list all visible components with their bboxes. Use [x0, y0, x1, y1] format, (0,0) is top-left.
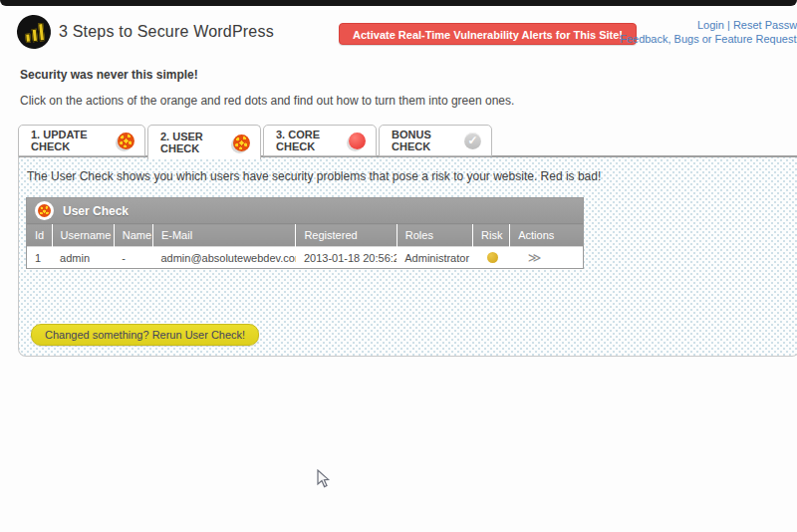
tab-bonus-check-label: BONUS CHECK [392, 129, 456, 152]
auth-links: Login | Reset Password [620, 18, 797, 32]
col-actions: Actions [510, 224, 583, 247]
table-header-row: Id Username Name E-Mail Registered Roles… [27, 224, 583, 247]
cell-email: admin@absolutewebdev.com [152, 247, 296, 269]
check-tabs: 1. UPDATE CHECK 2. USER CHECK 3. CORE CH… [18, 125, 492, 156]
risk-warning-dot-icon [487, 252, 498, 263]
rerun-user-check-button[interactable]: Changed something? Rerun User Check! [31, 324, 259, 346]
link-separator: | [727, 19, 730, 31]
header-links: Login | Reset Password Feedback, Bugs or… [620, 18, 797, 46]
intro-heading: Security was never this simple! [20, 68, 198, 82]
feedback-link[interactable]: Feedback, Bugs or Feature Requests [620, 33, 797, 45]
tab-core-check[interactable]: 3. CORE CHECK [263, 125, 377, 156]
check-dot-icon: ✓ [464, 133, 481, 149]
tab-core-check-label: 3. CORE CHECK [276, 129, 341, 152]
cell-roles: Administrator [397, 247, 472, 269]
col-username: Username [52, 224, 114, 247]
danger-dot-icon [349, 133, 366, 149]
top-black-bar [0, 0, 797, 6]
user-check-table: User Check Id Username Name E-Mail Regis… [26, 197, 584, 269]
page-title: 3 Steps to Secure WordPress [59, 23, 274, 41]
cell-id: 1 [27, 247, 52, 269]
logo-bar-large [38, 23, 45, 41]
reset-password-link[interactable]: Reset Password [733, 19, 797, 31]
col-registered: Registered [296, 224, 397, 247]
col-name: Name [114, 224, 152, 247]
mouse-cursor-icon [317, 469, 331, 490]
login-link[interactable]: Login [697, 19, 724, 31]
tab-user-check-label: 2. USER CHECK [160, 131, 225, 154]
tab-update-check-label: 1. UPDATE CHECK [31, 129, 110, 152]
tab-bonus-check[interactable]: BONUS CHECK ✓ [379, 125, 492, 156]
tab-update-check[interactable]: 1. UPDATE CHECK [18, 125, 145, 156]
logo-bar-medium [31, 29, 37, 42]
app-logo-icon [15, 13, 52, 50]
col-id: Id [27, 224, 52, 247]
panel-description: The User Check shows you which users hav… [27, 169, 601, 183]
user-check-panel: The User Check shows you which users hav… [18, 155, 797, 357]
table-row: 1 admin - admin@absolutewebdev.com 2013-… [27, 247, 583, 269]
warning-dot-icon [38, 204, 51, 217]
table-title-bar: User Check [27, 198, 583, 223]
table-title: User Check [63, 204, 129, 218]
col-risk: Risk [473, 224, 510, 247]
warning-dot-icon [233, 134, 250, 151]
cell-actions: ≫ [510, 247, 583, 269]
cell-registered: 2013-01-18 20:56:28 [296, 247, 397, 269]
warning-dot-icon [118, 133, 134, 149]
cell-risk [473, 247, 510, 269]
logo-bar-small [25, 33, 31, 42]
col-email: E-Mail [152, 224, 296, 247]
tab-user-check[interactable]: 2. USER CHECK [147, 125, 261, 159]
cell-name: - [114, 247, 152, 269]
intro-description: Click on the actions of the orange and r… [20, 94, 514, 108]
col-roles: Roles [397, 224, 472, 247]
activate-alerts-button[interactable]: Activate Real-Time Vulnerability Alerts … [339, 23, 637, 45]
cell-username: admin [52, 247, 114, 269]
table-status-icon [35, 201, 54, 220]
show-details-chevrons-icon[interactable]: ≫ [528, 250, 542, 265]
